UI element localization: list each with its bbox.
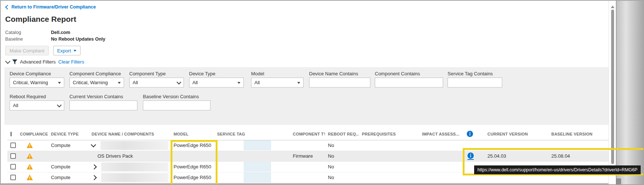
back-link-label: Return to Firmware/Driver Compliance: [11, 4, 96, 10]
model-cell: PowerEdge R650: [171, 172, 214, 183]
filter-label-baseline-version-contains: Baseline Version Contains: [143, 94, 199, 99]
device-compliance-dropdown[interactable]: Critical, Warning: [10, 78, 64, 88]
current-version-cell: 25.04.03: [484, 151, 548, 161]
col-impact-assessment: IMPACT ASSESS...: [419, 132, 462, 136]
row-checkbox[interactable]: [10, 153, 16, 159]
baseline-version-cell: 25.08.04: [548, 151, 611, 161]
vertical-scrollbar: [609, 1, 616, 184]
col-current-version: CURRENT VERSION: [484, 132, 548, 136]
select-chevron-icon: [177, 80, 181, 85]
col-compliance: COMPLIANCE: [17, 132, 48, 136]
row-checkbox[interactable]: [10, 175, 16, 180]
component-type-cell: Firmware: [290, 151, 325, 161]
dropdown-triangle-icon: [237, 82, 240, 85]
row-checkbox[interactable]: [10, 164, 16, 169]
component-contains-input[interactable]: [375, 78, 443, 88]
col-model: MODEL: [171, 132, 214, 136]
vertical-scrollbar-thumb[interactable]: [611, 10, 614, 164]
device-name-contains-input[interactable]: [309, 78, 370, 88]
dropdown-triangle-icon: [58, 82, 61, 85]
component-type-select[interactable]: All: [129, 78, 184, 88]
driver-details-info-icon[interactable]: [467, 153, 474, 160]
page-title: Compliance Report: [5, 15, 76, 24]
info-column-icon[interactable]: [467, 131, 473, 137]
col-component-type: COMPONENT TY...: [290, 132, 325, 136]
make-compliant-button[interactable]: Make Compliant: [5, 46, 49, 55]
warning-icon: [27, 143, 33, 148]
reboot-required-cell: No: [325, 172, 359, 183]
catalog-label: Catalog: [5, 30, 21, 35]
filter-label-current-version-contains: Current Version Contains: [69, 94, 123, 99]
caret-down-icon: [73, 50, 76, 53]
scroll-up-arrow-icon[interactable]: [611, 4, 614, 8]
advanced-filters-bar: Advanced Filters Clear Filters: [6, 59, 84, 65]
info-icon: [467, 153, 474, 159]
reboot-required-cell: No: [325, 140, 359, 151]
model-cell: PowerEdge R650: [171, 161, 214, 172]
warning-icon: [27, 153, 33, 159]
redacted-device-name: [101, 162, 168, 171]
reboot-required-cell: No: [325, 151, 359, 161]
gutter-block: [616, 178, 621, 185]
component-compliance-dropdown[interactable]: Critical, Warning: [69, 78, 124, 88]
filter-label-device-compliance: Device Compliance: [10, 71, 51, 76]
device-type-cell: Compute: [48, 161, 89, 172]
filter-label-component-compliance: Component Compliance: [69, 71, 121, 76]
filter-label-device-name-contains: Device Name Contains: [309, 71, 358, 76]
horizontal-scrollbar[interactable]: [1, 183, 609, 185]
filter-label-reboot-required: Reboot Required: [10, 94, 46, 99]
redacted-service-tag: [244, 140, 271, 150]
baseline-label: Baseline: [5, 37, 23, 42]
table-row: OS Drivers Pack Firmware No 25.04.03 25.…: [7, 151, 611, 162]
filter-funnel-icon: [12, 59, 17, 64]
model-cell: PowerEdge R650: [171, 140, 214, 151]
redacted-service-tag: [244, 172, 271, 182]
row-checkbox[interactable]: [10, 143, 16, 148]
dropdown-triangle-icon: [297, 82, 300, 85]
service-tag-contains-input[interactable]: [448, 78, 502, 88]
table-header: COMPLIANCE DEVICE TYPE DEVICE NAME / COM…: [7, 128, 611, 140]
col-device-name: DEVICE NAME / COMPONENTS: [89, 132, 171, 136]
expand-row-icon[interactable]: [92, 175, 97, 180]
col-baseline-version: BASELINE VERSION: [548, 132, 611, 136]
compliance-report-window: Return to Firmware/Driver Compliance Com…: [0, 0, 644, 185]
filter-label-device-type: Device Type: [189, 71, 215, 76]
table-row: Compute PowerEdge R650 No: [7, 140, 611, 151]
current-version-contains-input[interactable]: [69, 100, 137, 110]
redacted-device-name: [101, 173, 168, 182]
device-type-cell: Compute: [48, 172, 89, 183]
expand-row-icon[interactable]: [92, 164, 97, 169]
reboot-required-cell: No: [325, 161, 359, 172]
device-type-dropdown[interactable]: All: [189, 78, 244, 88]
advanced-filters-title: Advanced Filters: [20, 59, 56, 65]
filter-label-component-contains: Component Contains: [375, 71, 420, 76]
collapse-row-icon[interactable]: [91, 142, 96, 147]
collapse-chevron-icon[interactable]: [5, 58, 10, 64]
filter-label-service-tag-contains: Service Tag Contains: [448, 71, 493, 76]
select-chevron-icon: [57, 103, 62, 107]
export-button[interactable]: Export: [53, 46, 80, 55]
device-type-cell: Compute: [48, 140, 89, 151]
col-device-type: DEVICE TYPE: [48, 132, 89, 136]
redacted-service-tag: [244, 162, 271, 172]
reboot-required-select[interactable]: All: [10, 100, 64, 110]
select-all-checkbox[interactable]: [10, 132, 12, 136]
clear-filters-link[interactable]: Clear Filters: [58, 59, 84, 65]
filter-label-model: Model: [251, 71, 264, 76]
component-name-cell: OS Drivers Pack: [89, 151, 171, 161]
model-dropdown[interactable]: All: [251, 78, 304, 88]
filter-panel: Device Compliance Component Compliance C…: [4, 67, 610, 125]
catalog-value: Dell.com: [51, 30, 70, 35]
col-reboot-required: REBOOT REQ...: [325, 132, 359, 136]
col-service-tag: SERVICE TAG: [214, 132, 290, 136]
link-url-tooltip: https://www.dell.com/support/home/en-us/…: [474, 165, 641, 174]
warning-icon: [27, 175, 33, 180]
redacted-device-name: [100, 141, 168, 150]
dropdown-triangle-icon: [118, 82, 121, 85]
warning-icon: [27, 164, 33, 169]
window-edge-gutter: [616, 1, 644, 184]
filter-label-component-type: Component Type: [129, 71, 166, 76]
chevron-left-icon: [5, 5, 10, 10]
back-link[interactable]: Return to Firmware/Driver Compliance: [6, 4, 96, 10]
baseline-version-contains-input[interactable]: [143, 100, 210, 110]
